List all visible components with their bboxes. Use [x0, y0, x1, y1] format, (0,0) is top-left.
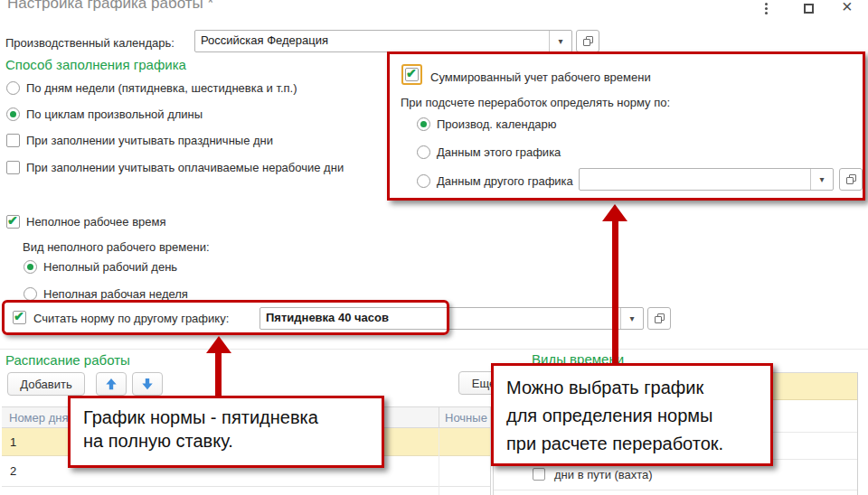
- move-up-button[interactable]: [96, 372, 127, 396]
- checkbox-summarized-accounting[interactable]: [405, 68, 419, 81]
- production-calendar-open-button[interactable]: [576, 30, 599, 52]
- radio-production-calendar[interactable]: [417, 117, 430, 131]
- chevron-down-icon[interactable]: ▾: [810, 169, 833, 190]
- column-header-night[interactable]: Ночные: [445, 411, 487, 425]
- other-schedule-value: [580, 169, 810, 190]
- move-down-button[interactable]: [132, 372, 163, 396]
- radio-production-calendar-label: Производ. календарю: [437, 117, 557, 131]
- checkbox-travel-days[interactable]: [533, 468, 545, 481]
- row-divider: [494, 490, 857, 490]
- row-cell-day-number: 2: [10, 464, 16, 478]
- checkbox-norm-other-schedule[interactable]: [13, 311, 26, 324]
- section-schedule-heading: Расписание работы: [5, 352, 130, 368]
- page-title: Настройка графика работы *: [7, 0, 213, 13]
- radio-part-week[interactable]: [24, 287, 37, 301]
- checkbox-paid-nonworking-label: При заполнении учитывать оплачиваемые не…: [26, 161, 344, 174]
- open-link-icon: [846, 174, 856, 184]
- checkbox-holidays[interactable]: [6, 134, 20, 147]
- close-icon[interactable]: ×: [842, 0, 853, 14]
- checkbox-part-time[interactable]: [6, 215, 20, 229]
- radio-by-cycles-label: По циклам произвольной длины: [26, 107, 203, 121]
- other-schedule-open-button[interactable]: [839, 168, 863, 191]
- norm-schedule-open-button[interactable]: [647, 307, 671, 330]
- checkbox-paid-nonworking[interactable]: [6, 161, 20, 174]
- norm-schedule-value: Пятидневка 40 часов: [260, 308, 620, 329]
- section-fill-method-heading: Способ заполнения графика: [5, 57, 186, 72]
- checkbox-part-time-label: Неполное рабочее время: [26, 215, 165, 229]
- production-calendar-label: Производственный календарь:: [5, 36, 175, 50]
- production-calendar-field[interactable]: Российская Федерация ▾: [194, 30, 572, 52]
- checkbox-holidays-label: При заполнении учитывать праздничные дни: [26, 134, 273, 147]
- radio-part-week-label: Неполная рабочая неделя: [43, 287, 188, 301]
- arrow-down-icon: [141, 378, 154, 390]
- norm-determination-label: При подсчете переработок определять норм…: [401, 96, 670, 109]
- radio-this-schedule-data-label: Данным этого графика: [437, 145, 561, 159]
- other-schedule-field[interactable]: ▾: [579, 168, 834, 191]
- chevron-down-icon[interactable]: ▾: [620, 308, 643, 329]
- separator-line: [0, 349, 868, 350]
- column-divider: [439, 428, 439, 495]
- radio-part-day[interactable]: [24, 260, 37, 274]
- radio-other-schedule-data[interactable]: [417, 174, 430, 188]
- row-cell-day-number: 1: [10, 435, 16, 449]
- radio-this-schedule-data[interactable]: [417, 145, 430, 159]
- radio-by-weekdays-label: По дням недели (пятидневка, шестидневка …: [26, 81, 297, 95]
- chevron-down-icon[interactable]: ▾: [549, 31, 571, 51]
- callout-text-line: на полную ставку.: [83, 431, 233, 452]
- annotation-arrow-stem: [612, 219, 618, 365]
- more-menu-icon[interactable]: [765, 3, 768, 5]
- callout-text-line: Можно выбрать график: [506, 378, 703, 398]
- work-schedule-settings-window: Настройка графика работы * × Производств…: [0, 0, 868, 495]
- column-divider: [439, 407, 439, 428]
- part-time-kind-label: Вид неполного рабочего времени:: [23, 240, 210, 254]
- annotation-callout-summarized: Суммированный учет рабочего времени При …: [387, 51, 865, 201]
- open-link-icon: [583, 36, 593, 46]
- checkbox-norm-other-schedule-label: Считать норму по другому графику:: [33, 312, 229, 325]
- radio-by-cycles[interactable]: [6, 107, 20, 121]
- radio-other-schedule-data-label: Данным другого графика: [437, 174, 573, 188]
- column-header-day-number[interactable]: Номер дня: [9, 411, 68, 425]
- production-calendar-value: Российская Федерация: [195, 31, 549, 51]
- annotation-callout-norm-schedule: График нормы - пятидневка на полную став…: [68, 396, 384, 468]
- travel-days-label: дни в пути (вахта): [554, 468, 653, 481]
- maximize-icon[interactable]: [804, 4, 814, 14]
- radio-part-day-label: Неполный рабочий день: [43, 260, 177, 274]
- annotation-callout-overtime: Можно выбрать график для определения нор…: [491, 363, 773, 466]
- add-button[interactable]: Добавить: [7, 372, 85, 396]
- callout-text-line: для определения нормы: [506, 406, 712, 426]
- callout-text-line: График нормы - пятидневка: [83, 407, 318, 428]
- annotation-arrow-stem: [215, 351, 222, 398]
- radio-by-weekdays[interactable]: [6, 81, 20, 95]
- norm-schedule-field[interactable]: Пятидневка 40 часов ▾: [259, 307, 644, 330]
- open-link-icon: [655, 313, 665, 323]
- callout-text-line: при расчете переработок.: [506, 434, 723, 454]
- checkbox-summarized-accounting-label: Суммированный учет рабочего времени: [430, 70, 651, 84]
- arrow-up-icon: [105, 378, 118, 390]
